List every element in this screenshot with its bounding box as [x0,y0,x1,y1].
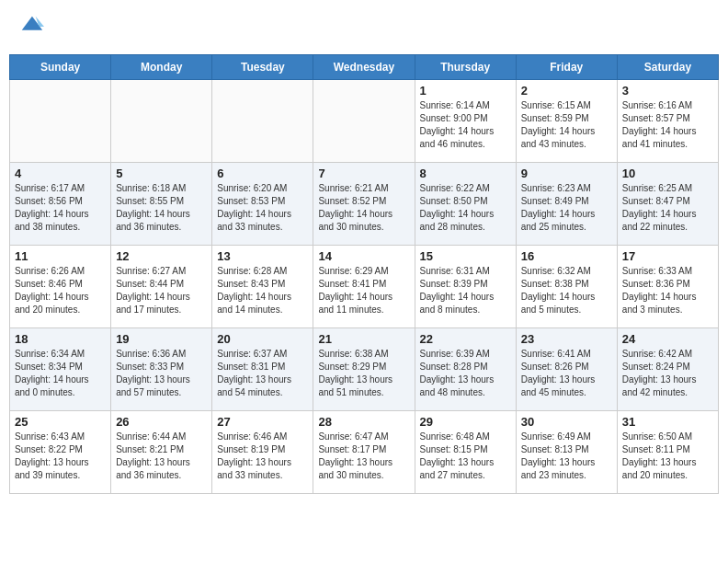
day-header-monday: Monday [111,54,212,79]
day-number: 11 [15,249,106,263]
day-header-saturday: Saturday [617,54,718,79]
day-number: 28 [318,415,409,429]
calendar-day-1: 1Sunrise: 6:14 AM Sunset: 9:00 PM Daylig… [415,79,516,162]
day-number: 24 [622,332,713,346]
day-info: Sunrise: 6:33 AM Sunset: 8:36 PM Dayligh… [622,265,713,316]
day-info: Sunrise: 6:43 AM Sunset: 8:22 PM Dayligh… [15,431,106,482]
calendar-empty-cell [313,79,415,162]
day-info: Sunrise: 6:36 AM Sunset: 8:33 PM Dayligh… [116,348,207,399]
day-info: Sunrise: 6:27 AM Sunset: 8:44 PM Dayligh… [116,265,207,316]
day-info: Sunrise: 6:48 AM Sunset: 8:15 PM Dayligh… [420,431,511,482]
day-header-thursday: Thursday [415,54,516,79]
day-info: Sunrise: 6:31 AM Sunset: 8:39 PM Dayligh… [420,265,511,316]
day-info: Sunrise: 6:39 AM Sunset: 8:28 PM Dayligh… [420,348,511,399]
day-number: 7 [318,167,409,180]
calendar-day-16: 16Sunrise: 6:32 AM Sunset: 8:38 PM Dayli… [516,245,617,327]
day-info: Sunrise: 6:50 AM Sunset: 8:11 PM Dayligh… [622,431,713,482]
day-info: Sunrise: 6:32 AM Sunset: 8:38 PM Dayligh… [521,265,612,316]
calendar-day-18: 18Sunrise: 6:34 AM Sunset: 8:34 PM Dayli… [10,327,111,410]
calendar-day-26: 26Sunrise: 6:44 AM Sunset: 8:21 PM Dayli… [111,410,212,493]
day-number: 8 [420,167,511,180]
day-number: 5 [116,167,207,180]
day-number: 12 [116,249,207,263]
calendar-empty-cell [212,79,313,162]
day-header-friday: Friday [516,54,617,79]
day-info: Sunrise: 6:16 AM Sunset: 8:57 PM Dayligh… [622,99,713,151]
calendar-day-24: 24Sunrise: 6:42 AM Sunset: 8:24 PM Dayli… [617,327,718,410]
calendar-empty-cell [111,79,212,162]
day-number: 9 [521,167,612,180]
day-info: Sunrise: 6:47 AM Sunset: 8:17 PM Dayligh… [318,431,409,482]
day-info: Sunrise: 6:15 AM Sunset: 8:59 PM Dayligh… [521,99,612,151]
day-number: 2 [521,84,612,98]
day-number: 30 [521,415,612,429]
calendar-empty-cell [10,79,111,162]
calendar-table: SundayMondayTuesdayWednesdayThursdayFrid… [9,54,719,494]
day-number: 25 [15,415,106,429]
calendar-week-row: 25Sunrise: 6:43 AM Sunset: 8:22 PM Dayli… [10,410,719,493]
day-number: 16 [521,249,612,263]
day-info: Sunrise: 6:28 AM Sunset: 8:43 PM Dayligh… [217,265,308,316]
calendar-day-6: 6Sunrise: 6:20 AM Sunset: 8:53 PM Daylig… [212,162,313,245]
calendar-day-30: 30Sunrise: 6:49 AM Sunset: 8:13 PM Dayli… [516,410,617,493]
calendar-day-2: 2Sunrise: 6:15 AM Sunset: 8:59 PM Daylig… [516,79,617,162]
calendar-day-13: 13Sunrise: 6:28 AM Sunset: 8:43 PM Dayli… [212,245,313,327]
day-number: 20 [217,332,308,346]
day-info: Sunrise: 6:37 AM Sunset: 8:31 PM Dayligh… [217,348,308,399]
day-number: 26 [116,415,207,429]
day-info: Sunrise: 6:34 AM Sunset: 8:34 PM Dayligh… [15,348,106,399]
day-header-tuesday: Tuesday [212,54,313,79]
calendar-day-28: 28Sunrise: 6:47 AM Sunset: 8:17 PM Dayli… [313,410,415,493]
calendar-day-12: 12Sunrise: 6:27 AM Sunset: 8:44 PM Dayli… [111,245,212,327]
calendar-day-15: 15Sunrise: 6:31 AM Sunset: 8:39 PM Dayli… [415,245,516,327]
day-number: 19 [116,332,207,346]
day-info: Sunrise: 6:22 AM Sunset: 8:50 PM Dayligh… [420,182,511,234]
calendar-week-row: 4Sunrise: 6:17 AM Sunset: 8:56 PM Daylig… [10,162,719,245]
day-number: 13 [217,249,308,263]
day-number: 29 [420,415,511,429]
day-info: Sunrise: 6:21 AM Sunset: 8:52 PM Dayligh… [318,182,409,234]
day-number: 3 [622,84,713,98]
calendar-day-27: 27Sunrise: 6:46 AM Sunset: 8:19 PM Dayli… [212,410,313,493]
day-number: 10 [622,167,713,180]
calendar-day-20: 20Sunrise: 6:37 AM Sunset: 8:31 PM Dayli… [212,327,313,410]
day-number: 22 [420,332,511,346]
calendar-day-4: 4Sunrise: 6:17 AM Sunset: 8:56 PM Daylig… [10,162,111,245]
day-number: 21 [318,332,409,346]
day-number: 15 [420,249,511,263]
day-number: 23 [521,332,612,346]
day-info: Sunrise: 6:18 AM Sunset: 8:55 PM Dayligh… [116,182,207,234]
day-header-wednesday: Wednesday [313,54,415,79]
logo-icon [18,13,44,39]
day-info: Sunrise: 6:38 AM Sunset: 8:29 PM Dayligh… [318,348,409,399]
day-number: 18 [15,332,106,346]
day-info: Sunrise: 6:14 AM Sunset: 9:00 PM Dayligh… [420,99,511,151]
day-info: Sunrise: 6:41 AM Sunset: 8:26 PM Dayligh… [521,348,612,399]
day-header-sunday: Sunday [10,54,111,79]
day-info: Sunrise: 6:20 AM Sunset: 8:53 PM Dayligh… [217,182,308,234]
logo [17,13,44,43]
calendar-day-7: 7Sunrise: 6:21 AM Sunset: 8:52 PM Daylig… [313,162,415,245]
day-info: Sunrise: 6:29 AM Sunset: 8:41 PM Dayligh… [318,265,409,316]
day-info: Sunrise: 6:26 AM Sunset: 8:46 PM Dayligh… [15,265,106,316]
calendar-day-29: 29Sunrise: 6:48 AM Sunset: 8:15 PM Dayli… [415,410,516,493]
day-info: Sunrise: 6:46 AM Sunset: 8:19 PM Dayligh… [217,431,308,482]
day-info: Sunrise: 6:25 AM Sunset: 8:47 PM Dayligh… [622,182,713,234]
calendar-day-17: 17Sunrise: 6:33 AM Sunset: 8:36 PM Dayli… [617,245,718,327]
day-number: 27 [217,415,308,429]
calendar-day-25: 25Sunrise: 6:43 AM Sunset: 8:22 PM Dayli… [10,410,111,493]
calendar-day-21: 21Sunrise: 6:38 AM Sunset: 8:29 PM Dayli… [313,327,415,410]
calendar-day-23: 23Sunrise: 6:41 AM Sunset: 8:26 PM Dayli… [516,327,617,410]
day-info: Sunrise: 6:49 AM Sunset: 8:13 PM Dayligh… [521,431,612,482]
calendar-day-19: 19Sunrise: 6:36 AM Sunset: 8:33 PM Dayli… [111,327,212,410]
calendar-day-14: 14Sunrise: 6:29 AM Sunset: 8:41 PM Dayli… [313,245,415,327]
calendar-day-8: 8Sunrise: 6:22 AM Sunset: 8:50 PM Daylig… [415,162,516,245]
day-number: 6 [217,167,308,180]
calendar-week-row: 11Sunrise: 6:26 AM Sunset: 8:46 PM Dayli… [10,245,719,327]
day-info: Sunrise: 6:44 AM Sunset: 8:21 PM Dayligh… [116,431,207,482]
day-number: 31 [622,415,713,429]
day-number: 17 [622,249,713,263]
calendar-day-31: 31Sunrise: 6:50 AM Sunset: 8:11 PM Dayli… [617,410,718,493]
calendar-day-11: 11Sunrise: 6:26 AM Sunset: 8:46 PM Dayli… [10,245,111,327]
day-info: Sunrise: 6:17 AM Sunset: 8:56 PM Dayligh… [15,182,106,234]
